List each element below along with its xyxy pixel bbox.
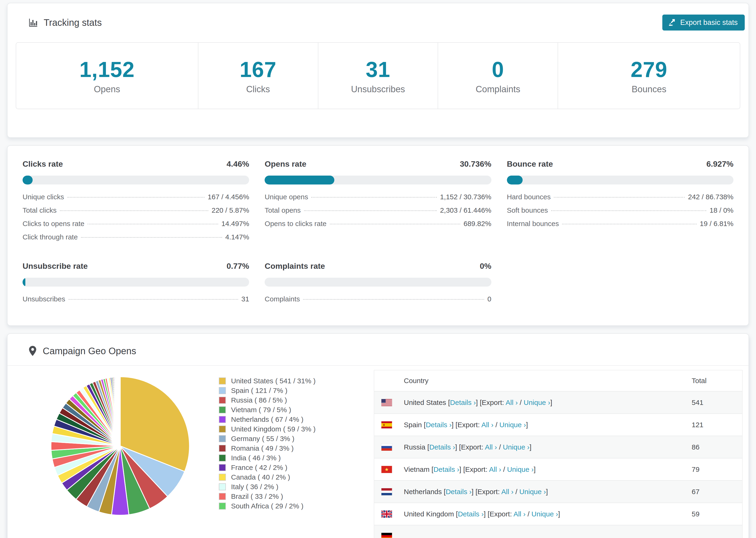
page-title: Tracking stats xyxy=(28,17,102,28)
progress-fill xyxy=(265,176,334,185)
metric-value: 220 / 5.87% xyxy=(212,206,249,214)
flag-de-icon xyxy=(381,533,392,538)
metric-value: 18 / 0% xyxy=(710,206,733,214)
opens-rate-percent: 30.736% xyxy=(460,159,491,169)
bounce-rate-percent: 6.927% xyxy=(706,159,733,169)
legend-item: United States ( 541 / 31% ) xyxy=(219,376,374,386)
metric-row: Unsubscribes 31 xyxy=(23,295,249,308)
metric-row: Hard bounces 242 / 86.738% xyxy=(507,193,733,206)
export-unique-link[interactable]: Unique › xyxy=(499,421,526,429)
complaints-rate-bar xyxy=(265,278,491,287)
legend-label: Brazil ( 33 / 2% ) xyxy=(231,493,283,501)
complaints-rate-percent: 0% xyxy=(480,261,491,271)
details-link[interactable]: Details › xyxy=(429,443,455,451)
metric-row: Click through rate 4.147% xyxy=(23,233,249,246)
metric-label: Opens to clicks rate xyxy=(265,220,326,228)
export-unique-link[interactable]: Unique › xyxy=(531,510,558,518)
legend-swatch xyxy=(219,426,226,433)
stat-value: 167 xyxy=(240,57,277,82)
metric-value: 19 / 6.81% xyxy=(700,220,733,228)
total-cell: 541 xyxy=(692,399,742,406)
legend-item: Canada ( 40 / 2% ) xyxy=(219,472,374,482)
metric-label: Unique clicks xyxy=(23,193,64,201)
flag-us-icon xyxy=(381,399,392,406)
pie-chart-area xyxy=(22,366,219,538)
opens-rate-title: Opens rate xyxy=(265,159,306,169)
metric-value: 167 / 4.456% xyxy=(208,193,249,201)
legend-label: France ( 42 / 2% ) xyxy=(231,463,287,471)
metric-label: Unsubscribes xyxy=(23,295,65,303)
unsubscribe-rate-title: Unsubscribe rate xyxy=(23,261,88,271)
flag-ru-icon xyxy=(381,444,392,451)
legend-label: United States ( 541 / 31% ) xyxy=(231,377,315,385)
metric-value: 31 xyxy=(242,295,249,303)
details-link[interactable]: Details › xyxy=(450,399,476,406)
legend-swatch xyxy=(219,455,226,461)
export-unique-link[interactable]: Unique › xyxy=(503,443,529,451)
stat-label: Opens xyxy=(94,84,120,94)
progress-fill xyxy=(23,278,26,287)
metric-row: Clicks to opens rate 14.497% xyxy=(23,220,249,233)
legend-item: South Africa ( 29 / 2% ) xyxy=(219,501,374,511)
export-unique-link[interactable]: Unique › xyxy=(523,399,550,406)
metric-value: 689.82% xyxy=(463,220,491,228)
export-all-link[interactable]: All › xyxy=(513,510,526,518)
legend-swatch xyxy=(219,464,226,471)
total-cell: 79 xyxy=(692,465,742,473)
details-link[interactable]: Details › xyxy=(433,465,459,473)
table-row: Spain [Details ›] [Export: All › / Uniqu… xyxy=(374,413,742,436)
dotted-leader xyxy=(303,299,484,300)
legend-swatch xyxy=(219,445,226,452)
dotted-leader xyxy=(554,197,685,198)
metric-value: 1,152 / 30.736% xyxy=(440,193,491,201)
export-all-link[interactable]: All › xyxy=(481,421,494,429)
metric-row: Unique clicks 167 / 4.456% xyxy=(23,193,249,206)
country-cell: Spain [Details ›] [Export: All › / Uniqu… xyxy=(404,421,692,429)
export-all-link[interactable]: All › xyxy=(501,488,513,496)
legend-item: Italy ( 36 / 2% ) xyxy=(219,482,374,492)
export-all-link[interactable]: All › xyxy=(489,465,501,473)
export-basic-stats-button[interactable]: Export basic stats xyxy=(662,15,745,30)
total-column-header: Total xyxy=(692,377,742,385)
stat-label: Unsubscribes xyxy=(351,84,405,94)
country-cell: United Kingdom [Details ›] [Export: All … xyxy=(404,510,692,518)
stat-complaints: 0 Complaints xyxy=(438,43,558,109)
pie-legend: United States ( 541 / 31% ) Spain ( 121 … xyxy=(219,366,374,538)
metric-value: 4.147% xyxy=(225,233,249,241)
legend-swatch xyxy=(219,416,226,423)
legend-swatch xyxy=(219,483,226,490)
legend-label: South Africa ( 29 / 2% ) xyxy=(231,502,303,510)
details-link[interactable]: Details › xyxy=(458,510,484,518)
legend-label: Vietnam ( 79 / 5% ) xyxy=(231,406,291,414)
metric-value: 2,303 / 61.446% xyxy=(440,206,491,214)
stat-value: 31 xyxy=(366,57,390,82)
metric-label: Soft bounces xyxy=(507,206,548,214)
legend-swatch xyxy=(219,503,226,510)
opens-rate-section: Opens rate 30.736% Unique opens 1,152 / … xyxy=(265,159,491,246)
metric-row: Total opens 2,303 / 61.446% xyxy=(265,206,491,220)
legend-swatch xyxy=(219,387,226,394)
export-all-link[interactable]: All › xyxy=(506,399,518,406)
stat-unsubscribes: 31 Unsubscribes xyxy=(318,43,438,109)
legend-swatch xyxy=(219,406,226,413)
details-link[interactable]: Details › xyxy=(446,488,471,496)
legend-label: Canada ( 40 / 2% ) xyxy=(231,473,290,481)
legend-swatch xyxy=(219,474,226,481)
table-row: Russia [Details ›] [Export: All › / Uniq… xyxy=(374,436,742,458)
legend-item: Brazil ( 33 / 2% ) xyxy=(219,492,374,501)
metric-value: 0 xyxy=(487,295,491,303)
geo-pie-chart xyxy=(47,373,193,519)
export-all-link[interactable]: All › xyxy=(485,443,497,451)
details-link[interactable]: Details › xyxy=(426,421,452,429)
table-row: United States [Details ›] [Export: All ›… xyxy=(374,391,742,413)
legend-item: Germany ( 55 / 3% ) xyxy=(219,434,374,443)
country-cell: Vietnam [Details ›] [Export: All › / Uni… xyxy=(404,465,692,473)
export-unique-link[interactable]: Unique › xyxy=(519,488,546,496)
country-cell: United States [Details ›] [Export: All ›… xyxy=(404,399,692,406)
rates-card: Clicks rate 4.46% Unique clicks 167 / 4.… xyxy=(7,145,749,326)
bounce-rate-section: Bounce rate 6.927% Hard bounces 242 / 86… xyxy=(507,159,733,246)
metric-row: Internal bounces 19 / 6.81% xyxy=(507,220,733,233)
tracking-stats-card: Tracking stats Export basic stats 1,152 … xyxy=(7,3,749,138)
legend-item: Russia ( 86 / 5% ) xyxy=(219,395,374,405)
export-unique-link[interactable]: Unique › xyxy=(507,465,534,473)
